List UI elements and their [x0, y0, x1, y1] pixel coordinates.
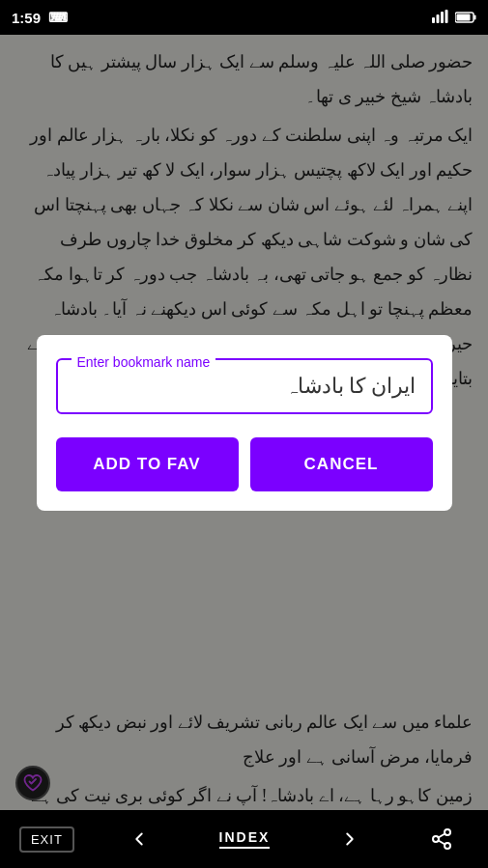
signal-icon: [432, 10, 449, 26]
svg-rect-2: [441, 12, 444, 23]
back-button[interactable]: [113, 821, 165, 857]
forward-button[interactable]: [324, 821, 376, 857]
svg-rect-0: [432, 17, 435, 23]
status-left: 1:59 ⌨: [12, 10, 68, 26]
time-display: 1:59: [12, 10, 41, 26]
bottom-nav: EXIT INDEX: [0, 810, 488, 868]
content-area: حضور صلی اللہ علیہ وسلم سے ایک ہزار سال …: [0, 35, 488, 810]
cancel-button[interactable]: CANCEL: [250, 437, 433, 491]
status-bar: 1:59 ⌨: [0, 0, 488, 35]
battery-icon: [455, 10, 476, 26]
input-label: Enter bookmark name: [72, 349, 216, 376]
index-button[interactable]: INDEX: [204, 822, 286, 856]
exit-label: EXIT: [31, 832, 63, 847]
svg-line-10: [439, 841, 445, 845]
input-wrapper: Enter bookmark name: [56, 358, 433, 414]
svg-rect-3: [445, 10, 448, 23]
exit-button[interactable]: EXIT: [19, 826, 74, 853]
index-label: INDEX: [219, 829, 271, 849]
svg-line-11: [439, 834, 445, 838]
status-right: [432, 10, 476, 26]
add-to-fav-button[interactable]: ADD TO FAV: [56, 437, 239, 491]
dialog-buttons: CANCEL ADD TO FAV: [56, 437, 433, 491]
svg-rect-5: [474, 14, 476, 19]
svg-rect-1: [437, 14, 440, 23]
dialog-box: Enter bookmark name CANCEL ADD TO FAV: [37, 335, 452, 511]
keyboard-icon: ⌨: [48, 10, 68, 25]
share-button[interactable]: [415, 820, 469, 858]
svg-rect-6: [457, 14, 471, 20]
dialog-overlay: Enter bookmark name CANCEL ADD TO FAV: [0, 35, 488, 810]
